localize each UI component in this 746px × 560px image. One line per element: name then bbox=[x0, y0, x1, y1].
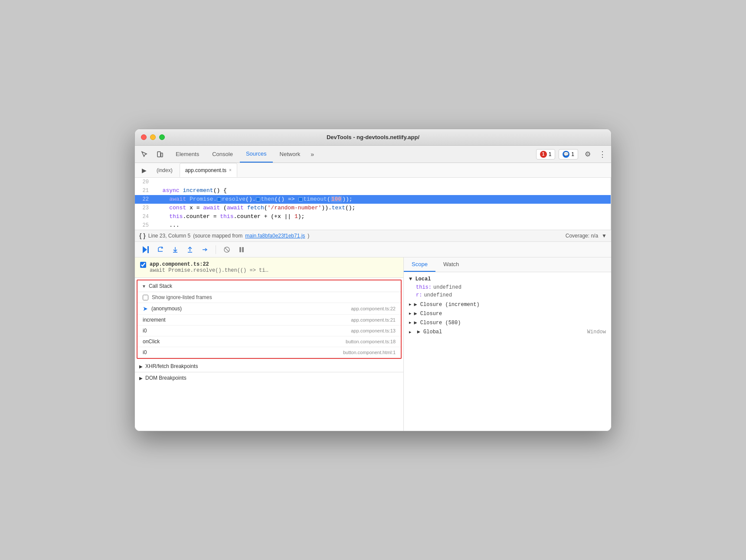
info-icon: 💬 bbox=[563, 151, 569, 158]
global-triangle-icon: ▶ bbox=[409, 330, 411, 335]
file-nav-icon[interactable]: ▶ bbox=[138, 165, 150, 176]
tab-network[interactable]: Network bbox=[274, 146, 307, 163]
code-editor: 20 21 async increment() { 22 await Promi… bbox=[135, 178, 611, 230]
closure-triangle-icon: ▶ bbox=[409, 311, 411, 316]
scope-content: ▼ Local this: undefined r: undefined ▶ ▶… bbox=[404, 272, 611, 339]
filetab-app-component[interactable]: app.component.ts × bbox=[180, 163, 237, 177]
callstack-section: ▼ Call Stack Show ignore-listed frames ➤… bbox=[137, 280, 402, 359]
source-file-link[interactable]: main.fa8bfa0e23f1eb71.js bbox=[245, 233, 305, 239]
code-line-21: 21 async increment() { bbox=[135, 186, 611, 195]
breakpoint-item: app.component.ts:22 await Promise.resolv… bbox=[135, 260, 403, 275]
format-button[interactable]: { } bbox=[139, 232, 146, 239]
resume-button[interactable] bbox=[140, 244, 151, 255]
svg-marker-2 bbox=[143, 246, 147, 253]
breakpoint-label: app.component.ts:22 bbox=[150, 261, 268, 267]
svg-rect-3 bbox=[147, 246, 149, 253]
source-mapped-label: (source mapped from bbox=[193, 233, 242, 239]
filetab-close-button[interactable]: × bbox=[229, 168, 232, 173]
tab-console[interactable]: Console bbox=[206, 146, 239, 163]
coverage-label: Coverage: n/a bbox=[566, 233, 598, 239]
scope-local-header[interactable]: ▼ Local bbox=[404, 275, 611, 283]
tab-elements[interactable]: Elements bbox=[170, 146, 205, 163]
dom-breakpoints-header[interactable]: ▶ DOM Breakpoints bbox=[135, 372, 403, 384]
main-tabbar: Elements Console Sources Network » 1 1 💬… bbox=[135, 146, 611, 163]
more-tabs-button[interactable]: » bbox=[307, 149, 317, 160]
frame-loc-increment: app.component.ts:21 bbox=[351, 317, 396, 322]
device-icon[interactable] bbox=[154, 148, 166, 160]
callstack-frame-anonymous[interactable]: ➤ (anonymous) app.component.ts:22 bbox=[137, 303, 401, 315]
dom-breakpoints-section: ▶ DOM Breakpoints bbox=[135, 372, 403, 384]
scope-key-r: r: bbox=[416, 292, 422, 298]
frame-loc-onclick: button.component.ts:18 bbox=[346, 339, 396, 344]
svg-rect-12 bbox=[242, 247, 244, 252]
statusbar-right: Coverage: n/a ▼ bbox=[566, 233, 607, 239]
scope-group-closure[interactable]: ▶ ▶ Closure bbox=[404, 309, 611, 318]
source-close-label: ) bbox=[308, 233, 309, 239]
settings-button[interactable]: ⚙ bbox=[582, 148, 594, 160]
ignore-listed-row: Show ignore-listed frames bbox=[137, 292, 401, 303]
code-line-25: 25 ... bbox=[135, 221, 611, 230]
callstack-triangle-icon: ▼ bbox=[142, 284, 146, 289]
step-into-button[interactable] bbox=[170, 244, 181, 255]
xhr-breakpoints-section: ▶ XHR/fetch Breakpoints bbox=[135, 361, 403, 372]
tab-watch[interactable]: Watch bbox=[435, 257, 467, 272]
callstack-header[interactable]: ▼ Call Stack bbox=[137, 280, 401, 292]
close-button[interactable] bbox=[141, 134, 147, 140]
ignore-listed-label: Show ignore-listed frames bbox=[152, 294, 212, 300]
callstack-frame-i0-2[interactable]: i0 button.component.html:1 bbox=[137, 347, 401, 358]
tab-scope[interactable]: Scope bbox=[404, 257, 435, 272]
code-line-23: 23 const x = await (await fetch('/random… bbox=[135, 204, 611, 212]
scope-group-global[interactable]: ▶ ▶ Global Window bbox=[404, 327, 611, 336]
breakpoint-code: await Promise.resolve().then(() => ti… bbox=[150, 267, 268, 273]
svg-line-10 bbox=[225, 247, 229, 252]
bottom-panels: app.component.ts:22 await Promise.resolv… bbox=[135, 257, 611, 431]
scope-group-local: ▼ Local this: undefined r: undefined bbox=[404, 275, 611, 299]
code-line-22: 22 await Promise.resolve().then(() => ti… bbox=[135, 195, 611, 204]
more-options-button[interactable]: ⋮ bbox=[597, 149, 608, 160]
pause-exceptions-button[interactable] bbox=[236, 244, 247, 255]
callstack-frame-increment[interactable]: increment app.component.ts:21 bbox=[137, 315, 401, 326]
deactivate-breakpoints-button[interactable] bbox=[221, 244, 232, 255]
scope-group-closure-580[interactable]: ▶ ▶ Closure (580) bbox=[404, 318, 611, 327]
coverage-menu-icon[interactable]: ▼ bbox=[602, 233, 607, 239]
scope-val-r: undefined bbox=[424, 292, 452, 298]
frame-name-i0-2: i0 bbox=[143, 349, 343, 355]
frame-name-increment: increment bbox=[143, 317, 351, 323]
svg-rect-11 bbox=[239, 247, 241, 252]
window-title: DevTools - ng-devtools.netlify.app/ bbox=[327, 134, 419, 140]
left-panel: app.component.ts:22 await Promise.resolv… bbox=[135, 257, 404, 431]
filetab-index[interactable]: (index) bbox=[151, 163, 178, 177]
debugger-toolbar bbox=[135, 242, 611, 257]
closure-increment-triangle-icon: ▶ bbox=[409, 302, 411, 307]
breakpoint-checkbox[interactable] bbox=[140, 262, 146, 268]
window-controls bbox=[141, 134, 165, 140]
frame-name-onclick: onClick bbox=[143, 339, 346, 345]
file-tabbar: ▶ (index) app.component.ts × bbox=[135, 163, 611, 178]
dom-breakpoints-title: DOM Breakpoints bbox=[145, 375, 186, 381]
minimize-button[interactable] bbox=[150, 134, 156, 140]
titlebar: DevTools - ng-devtools.netlify.app/ bbox=[135, 129, 611, 146]
xhr-breakpoints-header[interactable]: ▶ XHR/fetch Breakpoints bbox=[135, 361, 403, 372]
callstack-frame-i0-1[interactable]: i0 app.component.ts:13 bbox=[137, 326, 401, 336]
cursor-position: Line 23, Column 5 bbox=[148, 233, 190, 239]
ignore-listed-checkbox[interactable] bbox=[143, 295, 148, 300]
xhr-triangle-icon: ▶ bbox=[139, 364, 143, 369]
tab-sources[interactable]: Sources bbox=[240, 146, 273, 163]
error-badge-button[interactable]: 1 1 bbox=[536, 149, 556, 160]
frame-loc-anonymous: app.component.ts:22 bbox=[351, 306, 396, 311]
callstack-frame-onclick[interactable]: onClick button.component.ts:18 bbox=[137, 336, 401, 347]
scope-group-closure-increment[interactable]: ▶ ▶ Closure (increment) bbox=[404, 300, 611, 309]
frame-name-anonymous: (anonymous) bbox=[151, 306, 351, 312]
toolbar-divider bbox=[216, 245, 216, 254]
devtools-window: DevTools - ng-devtools.netlify.app/ Elem… bbox=[134, 129, 612, 431]
step-button[interactable] bbox=[199, 244, 210, 255]
info-badge-button[interactable]: 💬 1 bbox=[559, 149, 578, 160]
code-line-20: 20 bbox=[135, 178, 611, 186]
maximize-button[interactable] bbox=[159, 134, 165, 140]
xhr-breakpoints-title: XHR/fetch Breakpoints bbox=[145, 363, 198, 369]
step-over-button[interactable] bbox=[155, 244, 166, 255]
code-line-24: 24 this.counter = this.counter + (+x || … bbox=[135, 212, 611, 221]
inspect-icon[interactable] bbox=[138, 148, 151, 160]
step-out-button[interactable] bbox=[184, 244, 196, 255]
scope-global-value: Window bbox=[587, 329, 606, 335]
